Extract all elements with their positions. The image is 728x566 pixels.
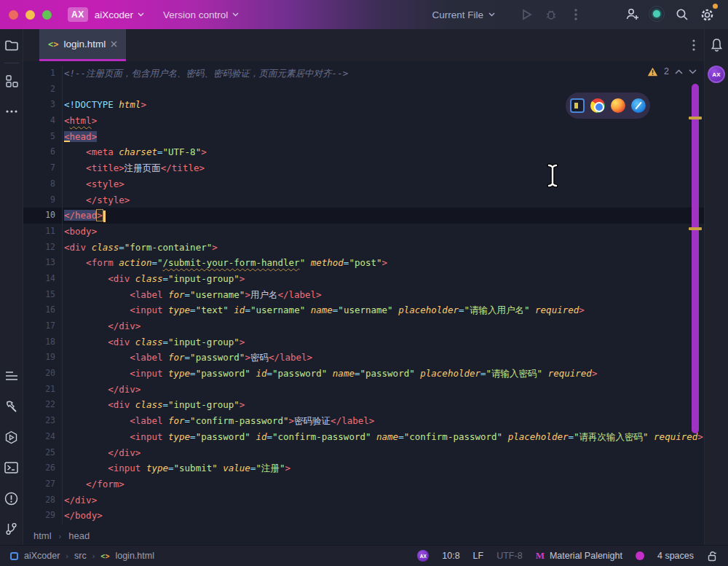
code-line-16[interactable]: 16 <input type="text" id="username" name… xyxy=(23,302,704,318)
breadcrumb-html[interactable]: html xyxy=(33,530,52,541)
run-configuration-selector[interactable]: Current File xyxy=(432,9,495,20)
line-number[interactable]: 13 xyxy=(23,255,63,271)
warning-stripe-mark[interactable] xyxy=(689,117,702,119)
terminal-icon[interactable] xyxy=(3,459,20,476)
services-icon[interactable] xyxy=(3,428,20,446)
line-number[interactable]: 22 xyxy=(23,397,63,413)
line-number[interactable]: 7 xyxy=(23,160,63,176)
status-src-dir[interactable]: src xyxy=(74,551,87,561)
project-status-icon[interactable] xyxy=(10,552,18,560)
code-line-24[interactable]: 24 <input type="password" id="confirm-pa… xyxy=(23,429,704,445)
tab-login-html[interactable]: <> login.html xyxy=(39,29,126,61)
project-menu[interactable]: aiXcoder xyxy=(95,9,144,20)
line-number[interactable]: 1 xyxy=(23,66,63,82)
settings-gear-icon[interactable] xyxy=(695,5,719,24)
next-problem-icon[interactable] xyxy=(689,69,697,74)
line-number[interactable]: 19 xyxy=(23,350,63,366)
project-folder-icon[interactable] xyxy=(3,36,20,54)
line-number[interactable]: 4 xyxy=(23,113,63,129)
close-window-button[interactable] xyxy=(9,10,18,20)
code-line-27[interactable]: 27 </form> xyxy=(23,476,704,492)
code-line-25[interactable]: 25 </div> xyxy=(23,445,704,461)
caret-position-widget[interactable]: 10:8 xyxy=(442,551,459,561)
code-line-9[interactable]: 9 </style> xyxy=(23,192,704,208)
line-number[interactable]: 5 xyxy=(23,129,63,145)
line-number[interactable]: 27 xyxy=(23,476,63,492)
line-number[interactable]: 18 xyxy=(23,334,63,350)
tab-options-icon[interactable] xyxy=(692,39,695,51)
code-line-1[interactable]: 1<!--注册页面，包含用户名、密码、密码验证，页面元素居中对齐--> xyxy=(23,66,704,82)
code-line-26[interactable]: 26 <input type="submit" value="注册"> xyxy=(23,460,704,476)
debug-icon[interactable] xyxy=(539,5,563,24)
line-number[interactable]: 25 xyxy=(23,445,63,461)
warning-stripe-mark[interactable] xyxy=(689,227,702,230)
notifications-bell-icon[interactable] xyxy=(710,38,724,52)
code-line-10[interactable]: 10</head> xyxy=(23,208,704,224)
search-everywhere-icon[interactable] xyxy=(670,5,695,24)
indent-widget[interactable]: 4 spaces xyxy=(657,551,694,561)
line-number[interactable]: 24 xyxy=(23,429,63,445)
line-number[interactable]: 29 xyxy=(23,508,63,524)
line-number[interactable]: 11 xyxy=(23,224,63,240)
browser-safari-icon[interactable] xyxy=(631,98,646,113)
inspections-widget[interactable]: 2 xyxy=(647,66,697,76)
line-number[interactable]: 3 xyxy=(23,97,63,113)
code-editor[interactable]: 1<!--注册页面，包含用户名、密码、密码验证，页面元素居中对齐-->23<!D… xyxy=(23,61,704,526)
accent-color-dot-icon[interactable] xyxy=(636,551,644,560)
line-number[interactable]: 23 xyxy=(23,413,63,429)
close-tab-icon[interactable] xyxy=(111,41,117,47)
code-line-6[interactable]: 6 <meta charset="UTF-8"> xyxy=(23,144,704,160)
minimize-window-button[interactable] xyxy=(25,10,35,20)
code-line-7[interactable]: 7 <title>注册页面</title> xyxy=(23,160,704,176)
editor-scrollbar[interactable] xyxy=(692,84,699,433)
todo-list-icon[interactable] xyxy=(3,367,20,385)
line-number[interactable]: 17 xyxy=(23,318,63,334)
maximize-window-button[interactable] xyxy=(42,10,52,20)
code-line-11[interactable]: 11<body> xyxy=(23,224,704,240)
code-line-12[interactable]: 12<div class="form-container"> xyxy=(23,240,704,256)
git-branch-icon[interactable] xyxy=(3,520,20,538)
line-number[interactable]: 6 xyxy=(23,144,63,160)
line-number[interactable]: 21 xyxy=(23,382,63,398)
version-control-menu[interactable]: Version control xyxy=(163,9,239,20)
breadcrumb-head[interactable]: head xyxy=(68,530,90,541)
code-line-22[interactable]: 22 <div class="input-group"> xyxy=(23,397,704,413)
user-avatar[interactable] xyxy=(645,5,670,24)
more-actions-icon[interactable] xyxy=(563,5,588,24)
code-with-me-invite-icon[interactable] xyxy=(620,5,645,24)
code-line-14[interactable]: 14 <div class="input-group"> xyxy=(23,271,704,287)
prev-problem-icon[interactable] xyxy=(675,69,683,74)
code-line-20[interactable]: 20 <input type="password" id="password" … xyxy=(23,366,704,382)
line-number[interactable]: 14 xyxy=(23,271,63,287)
code-line-8[interactable]: 8 <style> xyxy=(23,176,704,192)
lock-icon[interactable] xyxy=(707,551,718,562)
line-number[interactable]: 20 xyxy=(23,366,63,382)
code-line-17[interactable]: 17 </div> xyxy=(23,318,704,334)
code-line-13[interactable]: 13 <form action="/submit-your-form-handl… xyxy=(23,255,704,271)
line-number[interactable]: 16 xyxy=(23,302,63,318)
code-line-19[interactable]: 19 <label for="password">密码</label> xyxy=(23,350,704,366)
code-line-28[interactable]: 28</div> xyxy=(23,492,704,508)
code-line-29[interactable]: 29</body> xyxy=(23,508,704,524)
browser-edge-icon[interactable] xyxy=(570,98,585,113)
encoding-widget[interactable]: UTF-8 xyxy=(496,551,522,561)
code-line-18[interactable]: 18 <div class="input-group"> xyxy=(23,334,704,350)
code-line-23[interactable]: 23 <label for="confirm-password">密码验证</l… xyxy=(23,413,704,429)
line-number[interactable]: 2 xyxy=(23,82,63,98)
run-icon[interactable] xyxy=(514,5,539,24)
build-hammer-icon[interactable] xyxy=(3,398,20,415)
code-line-21[interactable]: 21 </div> xyxy=(23,382,704,398)
status-file-name[interactable]: login.html xyxy=(115,551,154,561)
line-number[interactable]: 12 xyxy=(23,240,63,256)
line-number[interactable]: 15 xyxy=(23,287,63,303)
theme-widget[interactable]: M Material Palenight xyxy=(536,550,622,562)
browser-chrome-icon[interactable] xyxy=(590,98,605,113)
line-number[interactable]: 28 xyxy=(23,492,63,508)
problems-icon[interactable] xyxy=(3,490,20,507)
line-number[interactable]: 8 xyxy=(23,176,63,192)
line-number[interactable]: 9 xyxy=(23,192,63,208)
browser-firefox-icon[interactable] xyxy=(611,98,625,113)
structure-icon[interactable] xyxy=(3,72,20,90)
code-line-5[interactable]: 5<head> xyxy=(23,129,704,145)
code-line-15[interactable]: 15 <label for="username">用户名</label> xyxy=(23,287,704,303)
